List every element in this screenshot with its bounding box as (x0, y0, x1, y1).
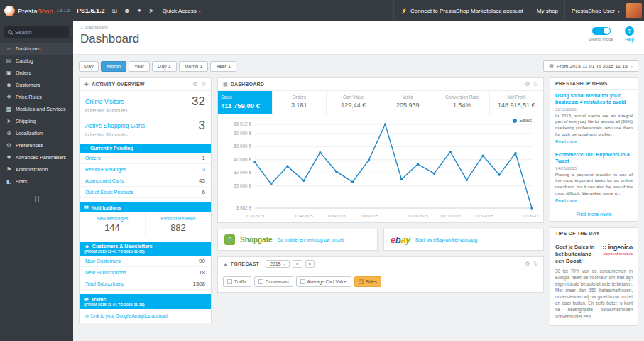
sidebar-item-catalog[interactable]: ▤Catalog (0, 55, 73, 67)
quick-access-menu[interactable]: Quick Access ▾ (163, 8, 201, 14)
next-year-button[interactable]: » (305, 260, 315, 268)
read-more-link[interactable]: Read more (555, 197, 633, 202)
product-reviews-count: 882 (147, 222, 209, 233)
pending-return-exchanges-link[interactable]: Return/Exchanges (85, 167, 126, 172)
online-visitors-link[interactable]: Online Visitors (85, 98, 124, 105)
prev-year-button[interactable]: « (293, 260, 302, 268)
quick-access-label: Quick Access (163, 8, 197, 14)
kpi-conversion-rate[interactable]: Conversion Rate1.54% (435, 91, 490, 114)
caret-down-icon: ▾ (618, 9, 620, 13)
sidebar-item-localization[interactable]: ⊕Localization (0, 127, 73, 139)
shop-name-link[interactable]: PS1.6.1.2 (77, 7, 105, 14)
user-menu[interactable]: PrestaShop User ▾ (564, 0, 626, 21)
read-more-link[interactable]: Read more (555, 139, 633, 144)
kpi-sales[interactable]: Sales411 759,00 € (218, 91, 273, 114)
shopgate-logo-icon: ▯ (224, 234, 235, 245)
kpi-value: 205 939 (384, 102, 432, 109)
date-range-picker[interactable]: ▦ From 2015-11-01 To 2015-11-18 ▾ (543, 60, 638, 72)
forecast-metric-conversion[interactable]: Conversion (254, 276, 293, 287)
legend-dot-icon (513, 119, 517, 123)
kpi-visits[interactable]: Visits205 939 (381, 91, 436, 114)
pending-abandoned-carts-link[interactable]: Abandoned Carts (85, 178, 124, 183)
customers-new-customers-link[interactable]: New Customers (85, 259, 121, 264)
shopgate-promo[interactable]: ▯ Shopgate Ga mobiel en verhoog uw omzet (217, 229, 378, 251)
forecast-metric-average-cart-value[interactable]: Average Cart Value (296, 276, 351, 287)
chart-legend[interactable]: Sales (513, 118, 532, 123)
kpi-cart-value[interactable]: Cart Value129,44 € (327, 91, 381, 114)
news-list: Using social media for your business: 4 … (550, 90, 638, 207)
marketplace-link[interactable]: ⚡ Connect to PrestaShop Marketplace acco… (393, 0, 530, 21)
kpi-orders[interactable]: Orders3 181 (273, 91, 327, 114)
find-more-news-link[interactable]: Find more news (550, 207, 638, 221)
active-carts-link[interactable]: Active Shopping Carts (85, 122, 145, 129)
gear-icon[interactable]: ⚙ (525, 261, 530, 267)
product-reviews-link[interactable]: Product Reviews (147, 216, 209, 221)
prestashop-logo[interactable]: PrestaShop 1.6.1.2 (0, 0, 74, 21)
svg-text:11/15/2015: 11/15/2015 (472, 214, 493, 218)
help-button[interactable]: ? Help (625, 26, 634, 42)
kpi-value: 1.54% (438, 102, 486, 109)
checkbox-icon: ✓ (359, 279, 364, 284)
customers-total-subscribers-link[interactable]: Total Subscribers (85, 281, 124, 286)
svg-text:11/4/2015: 11/4/2015 (295, 214, 314, 218)
gear-icon[interactable]: ⚙ (525, 81, 530, 87)
shopgate-link[interactable]: Ga mobiel en verhoog uw omzet (278, 237, 344, 242)
sidebar-item-dashboard[interactable]: ⌂Dashboard (0, 43, 73, 55)
search-input[interactable] (15, 29, 65, 36)
pending-return-exchanges-count: 3 (202, 166, 205, 173)
year-select[interactable]: 2015 ▾ (266, 260, 290, 268)
activity-row: Out of Stock Products6 (80, 187, 211, 198)
period-button-year-1[interactable]: Year-1 (210, 61, 236, 72)
sidebar-item-price-rules[interactable]: ❖Price Rules (0, 91, 73, 103)
sidebar-item-advanced-parameters[interactable]: ✱Advanced Parameters (0, 151, 73, 163)
sidebar-item-shipping[interactable]: ➤Shipping (0, 115, 73, 127)
kpi-value: 148 918,51 € (493, 102, 541, 109)
forecast-metric-traffic[interactable]: Traffic (223, 276, 251, 287)
new-messages-link[interactable]: New Messages (81, 216, 143, 221)
cart-icon[interactable]: ⊞ (112, 7, 118, 14)
forecast-metric-sales[interactable]: ✓Sales (354, 276, 381, 287)
svg-text:60 000 €: 60 000 € (234, 131, 251, 136)
sidebar-item-orders[interactable]: ▣Orders (0, 67, 73, 79)
sidebar-item-modules-and-services[interactable]: ▩Modules and Services (0, 103, 73, 115)
gear-icon[interactable]: ⚙ (192, 81, 197, 87)
ebay-link[interactable]: Start uw eBay-winkel vandaag (415, 237, 477, 242)
traffic-icon: ⇄ (84, 296, 88, 302)
ebay-promo[interactable]: ebay Start uw eBay-winkel vandaag (383, 229, 544, 251)
news-title-link[interactable]: Ecommerce 101: Payments in a Tweet (555, 152, 633, 165)
sidebar-item-stats[interactable]: ◧Stats (0, 175, 73, 188)
notification-cell: New Messages144 (80, 212, 145, 237)
pending-abandoned-carts-count: 43 (199, 178, 205, 184)
my-shop-link[interactable]: My shop (530, 0, 564, 21)
customers-new-subscriptions-count: 18 (199, 269, 205, 276)
pending-out-of-stock-products-link[interactable]: Out of Stock Products (85, 190, 133, 195)
sidebar-item-customers[interactable]: ☻Customers (0, 79, 73, 91)
user-avatar[interactable] (626, 3, 642, 18)
customers-new-subscriptions-link[interactable]: New Subscriptions (85, 270, 126, 275)
period-button-year[interactable]: Year (129, 61, 150, 72)
stars-icon[interactable]: ✦ (137, 7, 143, 14)
google-analytics-link[interactable]: ∞ Link to your Google Analytics account (80, 309, 211, 323)
period-button-day-1[interactable]: Day-1 (152, 61, 177, 72)
administration-icon: ⚑ (6, 166, 12, 173)
period-button-month[interactable]: Month (101, 61, 126, 72)
news-title-link[interactable]: Using social media for your business: 4 … (555, 93, 633, 106)
toggle-switch[interactable] (592, 27, 611, 35)
rocket-icon[interactable]: ➤ (148, 7, 154, 14)
kpi-net-profit[interactable]: Net Profit148 918,51 € (490, 91, 544, 114)
pending-orders-link[interactable]: Orders (85, 156, 100, 161)
period-button-day[interactable]: Day (79, 61, 99, 72)
period-button-month-1[interactable]: Month-1 (179, 61, 209, 72)
news-item: Ecommerce 101: Payments in a Tweet14/05/… (550, 148, 638, 207)
traffic-title: Traffic (91, 297, 106, 302)
panel-title: FORECAST (231, 261, 259, 266)
sidebar-item-preferences[interactable]: ⚙Preferences (0, 139, 73, 151)
refresh-icon[interactable]: ↻ (201, 81, 206, 87)
sidebar-item-administration[interactable]: ⚑Administration (0, 163, 73, 175)
refresh-icon[interactable]: ↻ (533, 261, 538, 267)
demo-mode-toggle[interactable]: Demo mode (589, 26, 613, 42)
profile-icon[interactable]: ☻ (124, 7, 130, 14)
sidebar-collapse-button[interactable] (32, 196, 42, 202)
news-date: 14/05/2015 (555, 166, 633, 170)
refresh-icon[interactable]: ↻ (533, 81, 538, 87)
